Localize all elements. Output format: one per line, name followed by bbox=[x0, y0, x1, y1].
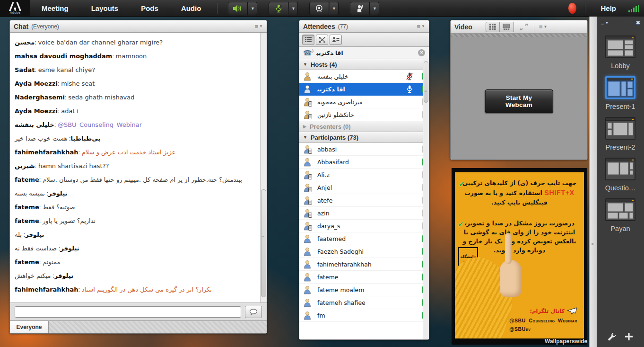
layout-option-present-2[interactable]: Present-2 bbox=[597, 117, 644, 151]
telegram-label: کانال تلگرام: bbox=[530, 308, 565, 314]
toolbar-separator bbox=[217, 3, 218, 14]
help-menu[interactable]: Help bbox=[600, 4, 616, 12]
send-message-button[interactable] bbox=[245, 306, 262, 318]
participant-icon bbox=[303, 158, 313, 167]
layout-option-payan[interactable]: Payan bbox=[597, 198, 644, 232]
attendee-row[interactable]: Faezeh Sadeghi bbox=[299, 245, 429, 258]
speaker-dropdown[interactable]: ▼ bbox=[248, 2, 257, 15]
attendee-row[interactable]: atefe bbox=[299, 194, 429, 207]
attendee-row[interactable]: Anjel bbox=[299, 181, 429, 194]
video-pod-menu-icon[interactable]: ≡▼ bbox=[539, 23, 548, 30]
attendee-row[interactable]: fm bbox=[299, 309, 429, 322]
chat-sender-name: نیلوفر bbox=[25, 228, 44, 241]
attendees-resize-grip[interactable]: ≡ bbox=[425, 90, 427, 92]
attendees-scrollbar[interactable]: ≡ bbox=[423, 59, 429, 339]
attendee-name: faatemed bbox=[317, 235, 346, 242]
tab-everyone[interactable]: Everyone bbox=[10, 321, 49, 333]
list-view-icon bbox=[305, 36, 312, 43]
chat-sender-name: بنفشه‎ خليلي bbox=[15, 118, 54, 132]
attendee-row[interactable]: Abbasifard bbox=[299, 156, 429, 169]
layout-panel-divider[interactable]: ≡ bbox=[589, 17, 597, 347]
attendee-name: نازنین‎ خانکشلو bbox=[317, 111, 354, 118]
chat-message-text: seda ghath mishavad bbox=[68, 90, 134, 104]
attendee-name: Faezeh Sadeghi bbox=[317, 248, 364, 255]
attendee-row[interactable]: بنفشه‎ خليلي bbox=[299, 70, 429, 83]
person-status-icon bbox=[332, 36, 339, 43]
attendee-row[interactable]: fahimehfarahkhah bbox=[299, 258, 429, 271]
start-webcam-button[interactable]: Start My Webcam bbox=[485, 89, 553, 113]
telephone-icon: ☎) bbox=[303, 49, 313, 57]
pointing-finger bbox=[505, 233, 512, 264]
participant-icon bbox=[303, 247, 313, 256]
menu-pods[interactable]: Pods bbox=[130, 4, 170, 12]
layout-thumbnail[interactable] bbox=[605, 117, 635, 140]
layout-thumbnail[interactable] bbox=[605, 36, 635, 58]
chat-scrollbar[interactable]: ≡ bbox=[260, 33, 267, 303]
attendee-row[interactable]: faatemed bbox=[299, 232, 429, 245]
chat-sender-name: fateme bbox=[15, 173, 39, 187]
menu-audio[interactable]: Audio bbox=[170, 4, 213, 12]
participant-mobile-icon bbox=[303, 196, 313, 205]
layout-option-lobby[interactable]: Lobby bbox=[597, 36, 644, 70]
header-separator bbox=[534, 23, 534, 31]
chat-pod-menu-icon[interactable]: ≡▼ bbox=[254, 23, 263, 30]
attendees-pod: Attendees (77) ≡▼ bbox=[299, 20, 429, 340]
webcam-dropdown[interactable]: ▼ bbox=[329, 2, 339, 15]
dismiss-speaker-icon[interactable]: ✕ bbox=[418, 49, 425, 56]
add-layout-icon[interactable] bbox=[624, 332, 634, 341]
chat-message-text: سلام.‎ دوستان‎ من‎ فقط‎ چتها‎ رو‎ میبینم… bbox=[43, 173, 242, 187]
speaker-button[interactable] bbox=[228, 2, 248, 15]
attendees-pod-menu-icon[interactable]: ≡▼ bbox=[417, 23, 425, 30]
attendee-status-view-button[interactable] bbox=[330, 35, 342, 45]
attendee-section-header[interactable]: ▼Hosts (4) bbox=[299, 59, 429, 70]
chat-resize-grip[interactable]: ≡ bbox=[262, 235, 265, 237]
chat-scrollbar-thumb[interactable] bbox=[261, 189, 266, 297]
fullscreen-icon[interactable] bbox=[520, 23, 528, 31]
telegram-handle-2: @SBUev bbox=[509, 326, 577, 332]
grid-view-button[interactable] bbox=[486, 22, 500, 32]
attendee-row[interactable]: محجوبه‎ میرناصری bbox=[299, 96, 429, 108]
attendee-section-label: Presenters (0) bbox=[310, 123, 351, 130]
attendee-section-header[interactable]: ▶Presenters (0) bbox=[299, 121, 429, 132]
triangle-right-icon: ▶ bbox=[303, 124, 306, 129]
menu-layouts[interactable]: Layouts bbox=[80, 4, 130, 12]
attendee-row[interactable]: abbasi bbox=[299, 143, 429, 156]
divider-grip[interactable]: ≡ bbox=[592, 244, 594, 246]
layout-thumbnail[interactable] bbox=[605, 198, 635, 221]
raise-hand-dropdown[interactable]: ▼ bbox=[370, 2, 379, 15]
layouts-menu-icon[interactable]: ≡ bbox=[600, 19, 604, 27]
mic-dropdown[interactable]: ▼ bbox=[288, 2, 298, 15]
attendee-row[interactable]: Ali.z bbox=[299, 169, 429, 181]
chat-message: بله :نیلوفر bbox=[15, 228, 255, 241]
chat-input[interactable] bbox=[15, 306, 241, 318]
attendee-row[interactable]: نازنین‎ خانکشلو bbox=[299, 108, 429, 121]
filmstrip-view-button[interactable] bbox=[500, 22, 514, 32]
wrench-icon[interactable] bbox=[607, 332, 617, 341]
chat-message-text: نه‎ فقط‎ صداست bbox=[15, 241, 57, 255]
attendee-row[interactable]: fateme moalem bbox=[299, 284, 429, 296]
attendee-section-header[interactable]: ▼Participants (73) bbox=[299, 132, 429, 143]
webcam-control: ▼ bbox=[309, 2, 339, 15]
layout-option-questio-[interactable]: Questio… bbox=[597, 158, 644, 192]
attendee-row[interactable]: fatemeh shafiee bbox=[299, 296, 429, 309]
mic-button[interactable] bbox=[269, 2, 288, 15]
chat-message: خیر‎ صدا‎ خوب‎ هست :بی‌طباطبا bbox=[15, 132, 255, 145]
attendee-row[interactable]: azin bbox=[299, 207, 429, 220]
chat-message-text: @SBU_Counseling_Webinar bbox=[58, 118, 142, 132]
attendee-row[interactable]: fateme bbox=[299, 271, 429, 284]
attendee-row[interactable]: بی‎دکتر‎ اقا bbox=[299, 83, 429, 96]
layout-option-present-1[interactable]: Present-1 bbox=[597, 76, 644, 110]
chat-message-text: ممنونم bbox=[43, 255, 60, 269]
attendee-row[interactable]: darya_s bbox=[299, 220, 429, 232]
raise-hand-button[interactable] bbox=[350, 2, 370, 15]
menu-meeting[interactable]: Meeting bbox=[30, 4, 80, 12]
chat-message-text: استاد‎ الگوریتم‎ در‎ ذهن‎ شکل‎ می‎ گیره‎… bbox=[82, 283, 212, 296]
webcam-button[interactable] bbox=[309, 2, 329, 15]
connection-signal-icon[interactable] bbox=[628, 5, 639, 12]
layout-thumbnail[interactable] bbox=[605, 76, 635, 99]
attendees-scrollbar-thumb[interactable] bbox=[424, 61, 428, 103]
layout-thumbnail[interactable] bbox=[605, 158, 635, 180]
attendee-list-view-button[interactable] bbox=[302, 35, 314, 45]
close-sidebar-icon[interactable]: ✖ bbox=[636, 20, 640, 26]
breakout-view-button[interactable] bbox=[316, 35, 328, 45]
